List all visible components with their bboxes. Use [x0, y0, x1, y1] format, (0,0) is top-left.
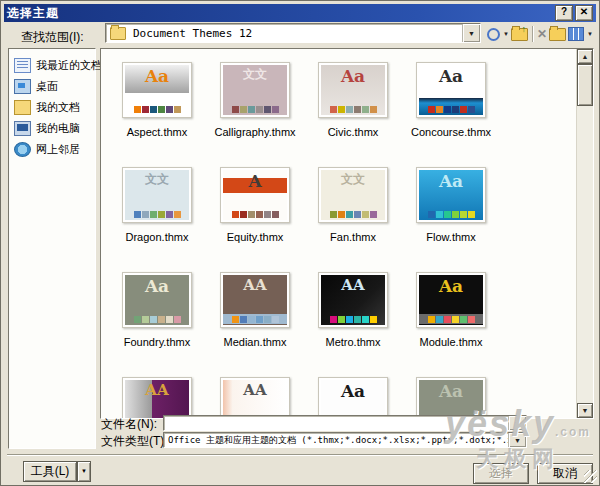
up-one-level-icon[interactable]: ↑ [511, 28, 528, 41]
chevron-down-icon: ▼ [514, 437, 521, 444]
theme-sample-letters: AA [125, 383, 189, 398]
theme-tile[interactable]: AaAspect.thmx [108, 62, 206, 167]
theme-sample-letters: Aa [419, 278, 483, 295]
file-name-label: 文件名(N): [101, 416, 157, 433]
folder-icon [110, 27, 126, 40]
theme-sample-letters: Aa [321, 68, 385, 85]
close-icon[interactable]: ✕ [575, 5, 593, 21]
toolbar-separator [532, 26, 533, 42]
theme-color-swatches [419, 314, 483, 324]
bottom-separator [7, 454, 593, 456]
theme-thumbnail: 文文 [122, 167, 192, 223]
look-in-label: 查找范围(I): [21, 29, 84, 46]
views-dropdown-icon[interactable]: ▼ [587, 31, 593, 37]
select-theme-dialog: 选择主题 ? ✕ 查找范围(I): Document Themes 12 ▼ ▼… [0, 0, 600, 486]
theme-tile[interactable]: Aa [402, 377, 500, 418]
theme-sample-letters: AA [321, 278, 385, 293]
theme-file-name: Fan.thmx [330, 231, 376, 243]
tools-dropdown-button[interactable]: ▼ [77, 461, 91, 482]
theme-file-name: Dragon.thmx [126, 231, 189, 243]
theme-file-name: Aspect.thmx [127, 126, 188, 138]
sidebar-item-desktop[interactable]: 桌面 [9, 76, 95, 97]
network-places-icon [14, 142, 31, 157]
dialog-title: 选择主题 [7, 5, 553, 22]
theme-file-name: Calligraphy.thmx [214, 126, 295, 138]
resize-grip[interactable] [584, 470, 597, 483]
back-icon[interactable] [487, 28, 500, 41]
sidebar-item-recent-documents[interactable]: 我最近的文档 [9, 55, 95, 76]
theme-sample-letters: 文文 [223, 68, 287, 80]
file-name-dropdown-button[interactable]: ▼ [508, 416, 526, 430]
theme-color-swatches [125, 104, 189, 114]
theme-thumbnail: Aa [122, 62, 192, 118]
theme-file-name: Concourse.thmx [411, 126, 491, 138]
theme-file-name: Median.thmx [224, 336, 287, 348]
sidebar-item-network-places[interactable]: 网上邻居 [9, 139, 95, 160]
theme-thumbnail: Aa [416, 377, 486, 418]
watermark-suffix: .com [555, 425, 591, 439]
theme-tile[interactable]: AAMetro.thmx [304, 272, 402, 377]
sidebar-item-label: 我最近的文档 [36, 58, 102, 73]
theme-tile[interactable]: AAMedian.thmx [206, 272, 304, 377]
theme-color-swatches [419, 209, 483, 219]
look-in-combobox[interactable]: Document Themes 12 ▼ [105, 23, 481, 43]
look-in-dropdown-button[interactable]: ▼ [462, 24, 480, 42]
desktop-icon [14, 79, 31, 94]
theme-tile[interactable]: AaConcourse.thmx [402, 62, 500, 167]
theme-sample-letters: 文文 [321, 173, 385, 185]
theme-thumbnail: Aa [318, 62, 388, 118]
theme-sample-letters: AA [223, 278, 287, 293]
theme-sample-letters: A [223, 173, 287, 190]
delete-icon[interactable]: ✕ [537, 27, 547, 41]
theme-file-name: Metro.thmx [325, 336, 380, 348]
file-type-label: 文件类型(T): [101, 433, 168, 450]
theme-tile[interactable]: 文文Calligraphy.thmx [206, 62, 304, 167]
theme-tile[interactable]: AEquity.thmx [206, 167, 304, 272]
theme-tile[interactable]: AaCivic.thmx [304, 62, 402, 167]
theme-thumbnail: Aa [122, 272, 192, 328]
sidebar-item-my-documents[interactable]: 我的文档 [9, 97, 95, 118]
title-bar[interactable]: 选择主题 ? ✕ [4, 4, 596, 22]
theme-tile[interactable]: AA [108, 377, 206, 418]
places-sidebar: 我最近的文档 桌面 我的文档 我的电脑 网上邻居 [8, 48, 96, 449]
tools-button[interactable]: 工具(L) [23, 461, 77, 482]
help-icon[interactable]: ? [555, 5, 573, 21]
theme-sample-letters: 文文 [125, 173, 189, 185]
theme-tile[interactable]: 文文Dragon.thmx [108, 167, 206, 272]
theme-sample-letters: Aa [125, 278, 189, 295]
select-button[interactable]: 选择 [473, 463, 529, 484]
theme-tile[interactable]: AaFlow.thmx [402, 167, 500, 272]
file-name-combobox[interactable]: ▼ [163, 415, 527, 431]
theme-sample-letters: Aa [419, 68, 483, 85]
theme-thumbnail: AA [318, 272, 388, 328]
theme-thumbnail: AA [122, 377, 192, 418]
theme-file-name: Flow.thmx [426, 231, 476, 243]
file-type-dropdown-button[interactable]: ▼ [508, 433, 526, 447]
scrollbar-thumb[interactable] [577, 64, 593, 106]
theme-color-swatches [223, 314, 287, 324]
theme-tile[interactable]: AaModule.thmx [402, 272, 500, 377]
sidebar-item-my-computer[interactable]: 我的电脑 [9, 118, 95, 139]
scroll-down-icon[interactable]: ▼ [577, 403, 593, 418]
views-icon[interactable] [568, 27, 584, 41]
file-type-combobox[interactable]: Office 主题和应用主题的文档 (*.thmx;*.docx;*.xlsx;… [163, 432, 527, 448]
theme-tile[interactable]: Aa [304, 377, 402, 418]
vertical-scrollbar[interactable]: ▲ ▼ [576, 49, 593, 418]
recent-documents-icon [14, 58, 31, 73]
theme-thumbnail: A [220, 167, 290, 223]
my-computer-icon [14, 121, 31, 136]
theme-tile[interactable]: AA [206, 377, 304, 418]
theme-thumbnail: 文文 [220, 62, 290, 118]
theme-tile[interactable]: 文文Fan.thmx [304, 167, 402, 272]
theme-color-swatches [419, 104, 483, 114]
scroll-up-icon[interactable]: ▲ [577, 49, 593, 64]
theme-color-swatches [321, 104, 385, 114]
sidebar-item-label: 我的电脑 [36, 121, 80, 136]
theme-sample-letters: Aa [321, 383, 385, 400]
theme-sample-letters: AA [223, 383, 287, 398]
chevron-down-icon: ▼ [468, 30, 475, 37]
theme-tile[interactable]: AaFoundry.thmx [108, 272, 206, 377]
theme-thumbnail: AA [220, 272, 290, 328]
new-folder-icon[interactable] [549, 28, 566, 41]
back-dropdown-icon[interactable]: ▼ [503, 31, 509, 37]
